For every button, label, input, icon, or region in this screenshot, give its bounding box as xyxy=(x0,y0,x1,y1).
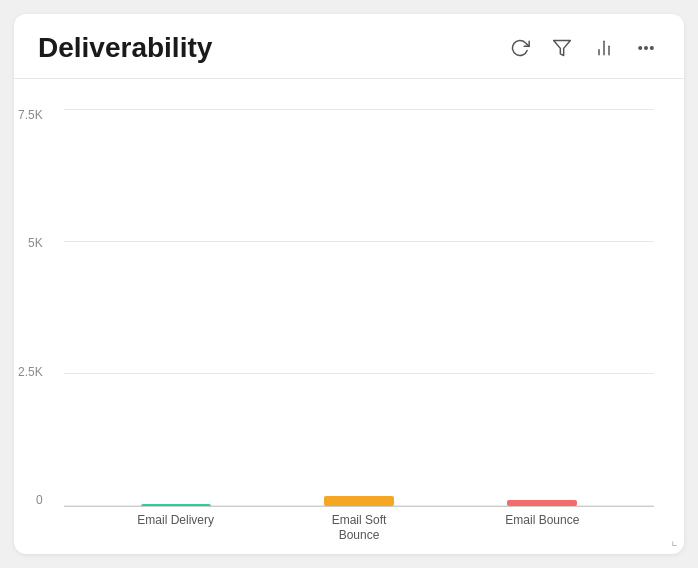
bar-group-soft-bounce xyxy=(267,496,450,506)
card-header: Deliverability xyxy=(14,14,684,79)
svg-marker-0 xyxy=(554,41,571,56)
bar-soft-bounce[interactable] xyxy=(324,496,394,506)
chart-area: 7.5K 5K 2.5K 0 xyxy=(14,79,684,554)
y-label-top: 7.5K xyxy=(18,109,43,121)
filter-icon[interactable] xyxy=(548,34,576,62)
x-axis: Email Delivery Email SoftBounce Email Bo… xyxy=(64,513,654,544)
bar-bounce[interactable] xyxy=(507,500,577,506)
bar-wrapper-soft-bounce xyxy=(267,496,450,506)
zero-line xyxy=(64,506,654,507)
y-label-zero: 0 xyxy=(36,494,43,506)
chart-inner: 7.5K 5K 2.5K 0 xyxy=(64,109,654,506)
bar-group-bounce xyxy=(451,500,634,506)
bar-group-delivery xyxy=(84,504,267,506)
x-label-soft-bounce: Email SoftBounce xyxy=(267,513,450,544)
page-title: Deliverability xyxy=(38,32,212,64)
deliverability-card: Deliverability xyxy=(14,14,684,554)
x-label-bounce: Email Bounce xyxy=(451,513,634,544)
y-axis: 7.5K 5K 2.5K 0 xyxy=(18,109,43,506)
svg-point-6 xyxy=(651,47,654,50)
refresh-icon[interactable] xyxy=(506,34,534,62)
svg-point-5 xyxy=(645,47,648,50)
more-options-icon[interactable] xyxy=(632,34,660,62)
resize-corner-icon: ⌞ xyxy=(671,532,678,548)
svg-point-4 xyxy=(639,47,642,50)
bars-container xyxy=(64,109,654,506)
toolbar xyxy=(506,34,660,62)
y-label-mid2: 2.5K xyxy=(18,366,43,378)
bar-wrapper-bounce xyxy=(451,500,634,506)
y-label-mid1: 5K xyxy=(28,237,43,249)
chart-type-icon[interactable] xyxy=(590,34,618,62)
x-label-delivery: Email Delivery xyxy=(84,513,267,544)
bar-wrapper-delivery xyxy=(84,504,267,506)
bar-delivery[interactable] xyxy=(141,504,211,506)
